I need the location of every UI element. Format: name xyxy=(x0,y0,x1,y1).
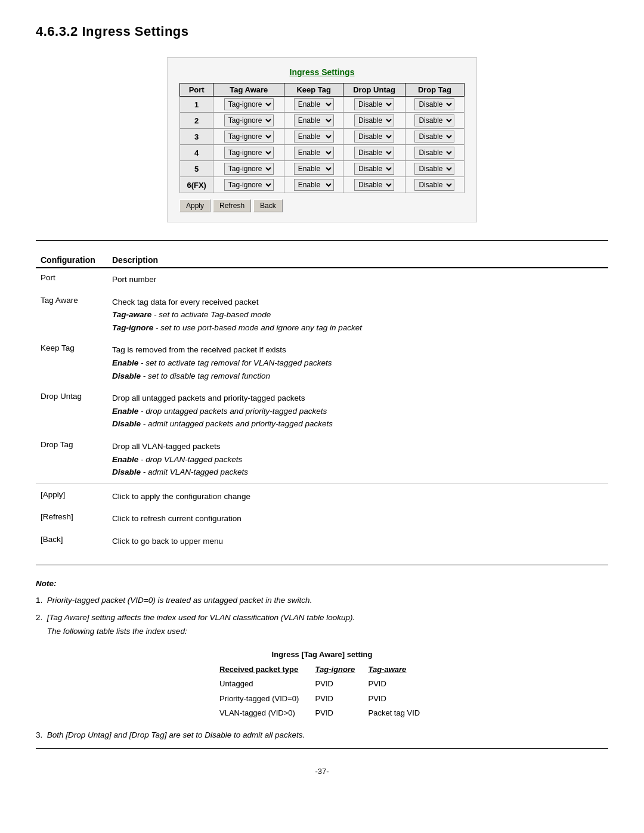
drop-untag-select[interactable]: DisableEnable xyxy=(354,179,394,191)
drop-tag-cell[interactable]: DisableEnable xyxy=(405,97,464,113)
drop-tag-cell[interactable]: DisableEnable xyxy=(405,161,464,177)
config-label: Keep Tag xyxy=(36,339,107,387)
keep-tag-select[interactable]: EnableDisable xyxy=(294,179,334,191)
note-tag-ignore-cell: PVID xyxy=(311,706,364,720)
drop-untag-cell[interactable]: DisableEnable xyxy=(343,145,405,161)
config-row: Tag AwareCheck tag data for every receiv… xyxy=(36,291,608,339)
note-tag-aware-cell: PVID xyxy=(364,692,430,706)
note-table-row: VLAN-tagged (VID>0)PVIDPacket tag VID xyxy=(215,706,429,720)
tag-aware-cell[interactable]: Tag-ignoreTag-aware xyxy=(213,97,284,113)
keep-tag-select[interactable]: EnableDisable xyxy=(294,163,334,175)
col-header-drop-tag: Drop Tag xyxy=(405,83,464,97)
tag-aware-cell[interactable]: Tag-ignoreTag-aware xyxy=(213,145,284,161)
port-cell: 6(FX) xyxy=(180,177,213,193)
col-header-keep-tag: Keep Tag xyxy=(284,83,343,97)
drop-tag-cell[interactable]: DisableEnable xyxy=(405,145,464,161)
drop-untag-select[interactable]: DisableEnable xyxy=(354,131,394,143)
keep-tag-select[interactable]: EnableDisable xyxy=(294,114,334,126)
drop-tag-select[interactable]: DisableEnable xyxy=(414,147,454,159)
config-desc: Click to apply the configuration change xyxy=(107,484,608,507)
tag-aware-cell[interactable]: Tag-ignoreTag-aware xyxy=(213,113,284,129)
table-row: 1Tag-ignoreTag-awareEnableDisableDisable… xyxy=(180,97,465,113)
ingress-table: Port Tag Aware Keep Tag Drop Untag Drop … xyxy=(179,83,465,193)
drop-untag-cell[interactable]: DisableEnable xyxy=(343,161,405,177)
note-tag-aware-cell: PVID xyxy=(364,677,430,691)
table-row: 5Tag-ignoreTag-awareEnableDisableDisable… xyxy=(180,161,465,177)
col-header-port: Port xyxy=(180,83,213,97)
port-cell: 2 xyxy=(180,113,213,129)
config-row: PortPort number xyxy=(36,268,608,291)
tag-aware-select[interactable]: Tag-ignoreTag-aware xyxy=(224,131,274,143)
tag-aware-cell[interactable]: Tag-ignoreTag-aware xyxy=(213,177,284,193)
apply-button[interactable]: Apply xyxy=(179,199,210,212)
description-col-header: Description xyxy=(107,253,608,268)
table-row: 6(FX)Tag-ignoreTag-awareEnableDisableDis… xyxy=(180,177,465,193)
config-desc: Check tag data for every received packet… xyxy=(107,291,608,339)
tag-aware-select[interactable]: Tag-ignoreTag-aware xyxy=(224,147,274,159)
drop-untag-select[interactable]: DisableEnable xyxy=(354,98,394,110)
tag-aware-cell[interactable]: Tag-ignoreTag-aware xyxy=(213,129,284,145)
keep-tag-cell[interactable]: EnableDisable xyxy=(284,97,343,113)
refresh-button[interactable]: Refresh xyxy=(213,199,251,212)
keep-tag-cell[interactable]: EnableDisable xyxy=(284,145,343,161)
drop-untag-cell[interactable]: DisableEnable xyxy=(343,129,405,145)
config-row: Keep TagTag is removed from the received… xyxy=(36,339,608,387)
keep-tag-cell[interactable]: EnableDisable xyxy=(284,129,343,145)
keep-tag-cell[interactable]: EnableDisable xyxy=(284,177,343,193)
config-row: Drop TagDrop all VLAN-tagged packetsEnab… xyxy=(36,435,608,484)
keep-tag-select[interactable]: EnableDisable xyxy=(294,98,334,110)
drop-untag-select[interactable]: DisableEnable xyxy=(354,163,394,175)
keep-tag-select[interactable]: EnableDisable xyxy=(294,147,334,159)
ingress-settings-box: Ingress Settings Port Tag Aware Keep Tag… xyxy=(167,57,477,222)
config-desc: Tag is removed from the received packet … xyxy=(107,339,608,387)
drop-untag-select[interactable]: DisableEnable xyxy=(354,147,394,159)
drop-untag-select[interactable]: DisableEnable xyxy=(354,114,394,126)
config-label: Tag Aware xyxy=(36,291,107,339)
config-label: [Refresh] xyxy=(36,507,107,530)
table-row: 3Tag-ignoreTag-awareEnableDisableDisable… xyxy=(180,129,465,145)
config-label: [Apply] xyxy=(36,484,107,507)
tag-aware-select[interactable]: Tag-ignoreTag-aware xyxy=(224,98,274,110)
notes-section: Note: 1. Priority-tagged packet (VID=0) … xyxy=(36,577,608,742)
note-col-tag-aware: Tag-aware xyxy=(364,662,430,677)
back-button[interactable]: Back xyxy=(253,199,283,212)
note-type-cell: Untagged xyxy=(215,677,311,691)
drop-tag-cell[interactable]: DisableEnable xyxy=(405,177,464,193)
note-item-3: 3. Both [Drop Untag] and [Drop Tag] are … xyxy=(36,729,608,742)
page-number: -37- xyxy=(36,767,608,776)
drop-untag-cell[interactable]: DisableEnable xyxy=(343,113,405,129)
config-label: Drop Untag xyxy=(36,387,107,435)
keep-tag-cell[interactable]: EnableDisable xyxy=(284,161,343,177)
drop-untag-cell[interactable]: DisableEnable xyxy=(343,97,405,113)
drop-tag-cell[interactable]: DisableEnable xyxy=(405,129,464,145)
drop-tag-cell[interactable]: DisableEnable xyxy=(405,113,464,129)
drop-tag-select[interactable]: DisableEnable xyxy=(414,114,454,126)
drop-tag-select[interactable]: DisableEnable xyxy=(414,179,454,191)
config-desc: Drop all untagged packets and priority-t… xyxy=(107,387,608,435)
drop-tag-select[interactable]: DisableEnable xyxy=(414,131,454,143)
ingress-box-title: Ingress Settings xyxy=(179,67,465,77)
port-cell: 3 xyxy=(180,129,213,145)
tag-aware-select[interactable]: Tag-ignoreTag-aware xyxy=(224,114,274,126)
note-col-tag-ignore: Tag-ignore xyxy=(311,662,364,677)
tag-aware-select[interactable]: Tag-ignoreTag-aware xyxy=(224,163,274,175)
drop-tag-select[interactable]: DisableEnable xyxy=(414,98,454,110)
table-row: 4Tag-ignoreTag-awareEnableDisableDisable… xyxy=(180,145,465,161)
config-row: [Back]Click to go back to upper menu xyxy=(36,530,608,553)
note-table-row: UntaggedPVIDPVID xyxy=(215,677,429,691)
config-label: Port xyxy=(36,268,107,291)
note-col-type: Received packet type xyxy=(215,662,311,677)
drop-tag-select[interactable]: DisableEnable xyxy=(414,163,454,175)
tag-aware-select[interactable]: Tag-ignoreTag-aware xyxy=(224,179,274,191)
config-desc: Port number xyxy=(107,268,608,291)
drop-untag-cell[interactable]: DisableEnable xyxy=(343,177,405,193)
config-label: [Back] xyxy=(36,530,107,553)
note-label: Note: xyxy=(36,577,608,591)
button-row: Apply Refresh Back xyxy=(179,199,465,212)
keep-tag-select[interactable]: EnableDisable xyxy=(294,131,334,143)
tag-aware-cell[interactable]: Tag-ignoreTag-aware xyxy=(213,161,284,177)
note-item-1: 1. Priority-tagged packet (VID=0) is tre… xyxy=(36,594,608,608)
col-header-drop-untag: Drop Untag xyxy=(343,83,405,97)
keep-tag-cell[interactable]: EnableDisable xyxy=(284,113,343,129)
config-row: [Refresh]Click to refresh current config… xyxy=(36,507,608,530)
